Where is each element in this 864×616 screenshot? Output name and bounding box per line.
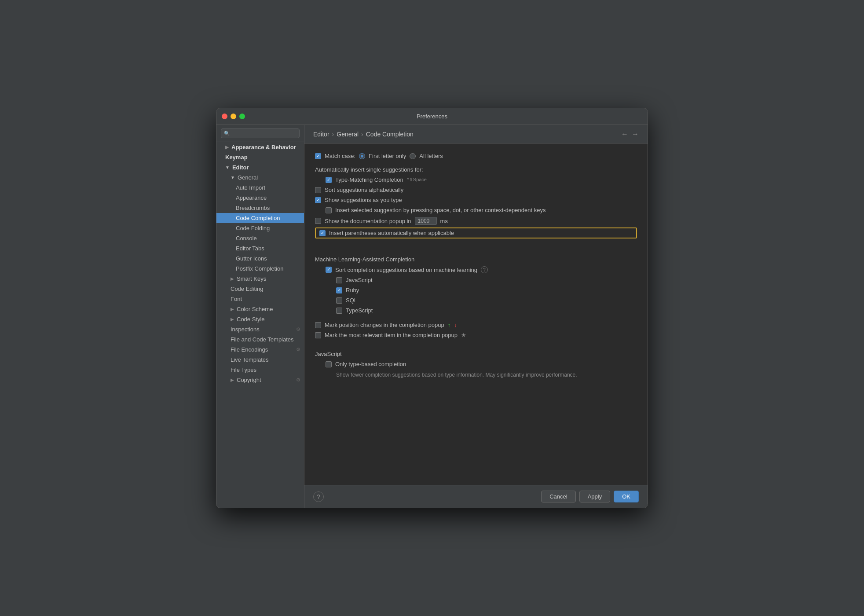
sidebar-item-label: Inspections (231, 326, 260, 333)
sidebar-item-console[interactable]: Console (216, 233, 304, 243)
sidebar-item-label: File Encodings (231, 346, 268, 353)
insert-parens-row: Insert parentheses automatically when ap… (315, 227, 637, 238)
sidebar-item-label: Appearance & Behavior (231, 144, 296, 150)
sidebar-item-label: File and Code Templates (231, 336, 294, 343)
show-doc-popup-suffix: ms (440, 218, 448, 224)
sidebar-item-keymap[interactable]: Keymap (216, 152, 304, 162)
settings-icon: ⚙ (296, 326, 300, 332)
type-matching-checkbox[interactable] (326, 177, 332, 183)
mark-relevant-checkbox[interactable] (315, 332, 321, 338)
sidebar-item-smart-keys[interactable]: ▶ Smart Keys (216, 274, 304, 284)
sidebar-item-editor-tabs[interactable]: Editor Tabs (216, 243, 304, 253)
javascript-ml-row: JavaScript (315, 275, 637, 285)
breadcrumb-sep1: › (332, 131, 334, 138)
help-button[interactable]: ? (313, 491, 324, 502)
sidebar-item-file-code-templates[interactable]: File and Code Templates (216, 334, 304, 345)
sidebar-item-gutter-icons[interactable]: Gutter Icons (216, 253, 304, 264)
type-based-sub-text: Show fewer completion suggestions based … (336, 371, 577, 379)
nav-forward-button[interactable]: → (632, 130, 639, 138)
sidebar-item-font[interactable]: Font (216, 294, 304, 304)
type-based-label: Only type-based completion (335, 361, 406, 367)
sort-ml-checkbox[interactable] (326, 267, 332, 273)
show-doc-popup-row: Show the documentation popup in ms (315, 215, 637, 227)
sidebar-item-label: Code Editing (231, 286, 263, 292)
sidebar-item-auto-import[interactable]: Auto Import (216, 183, 304, 193)
sql-label: SQL (346, 297, 357, 304)
sidebar-item-label: Font (231, 296, 242, 302)
window-controls (222, 114, 245, 119)
javascript-checkbox[interactable] (336, 277, 342, 283)
main-header: Editor › General › Code Completion ← → (304, 125, 648, 144)
breadcrumb: Editor › General › Code Completion (313, 131, 414, 138)
sidebar-item-inspections[interactable]: Inspections ⚙ (216, 324, 304, 334)
help-icon[interactable]: ? (481, 266, 488, 273)
sidebar-item-editor[interactable]: ▼ Editor (216, 162, 304, 172)
breadcrumb-general: General (337, 131, 359, 138)
spacer2 (315, 340, 637, 345)
sidebar-item-file-encodings[interactable]: File Encodings ⚙ (216, 345, 304, 355)
sidebar-item-copyright[interactable]: ▶ Copyright ⚙ (216, 375, 304, 385)
chevron-down-icon: ▼ (231, 175, 235, 180)
sidebar-item-file-types[interactable]: File Types (216, 365, 304, 375)
ml-section-label: Machine Learning-Assisted Completion (315, 251, 637, 264)
sidebar-item-live-templates[interactable]: Live Templates (216, 355, 304, 365)
javascript-label: JavaScript (346, 277, 373, 283)
all-letters-radio[interactable] (410, 153, 416, 159)
show-doc-popup-checkbox[interactable] (315, 218, 321, 224)
minimize-button[interactable] (231, 114, 236, 119)
sort-ml-row: Sort completion suggestions based on mac… (315, 264, 637, 275)
search-input[interactable] (221, 128, 300, 138)
show-doc-popup-input[interactable] (415, 217, 437, 225)
show-as-type-checkbox[interactable] (315, 197, 321, 203)
sidebar-item-color-scheme[interactable]: ▶ Color Scheme (216, 304, 304, 314)
sidebar-item-postfix-completion[interactable]: Postfix Completion (216, 264, 304, 274)
breadcrumb-sep2: › (361, 131, 363, 138)
sidebar-item-code-style[interactable]: ▶ Code Style (216, 314, 304, 324)
sidebar-item-code-folding[interactable]: Code Folding (216, 223, 304, 233)
sidebar-item-general[interactable]: ▼ General (216, 172, 304, 183)
first-letter-radio[interactable] (359, 153, 365, 159)
sidebar-item-label: Breadcrumbs (236, 205, 270, 211)
match-case-checkbox[interactable] (315, 153, 321, 159)
ruby-checkbox[interactable] (336, 287, 342, 293)
sidebar-item-label: General (238, 174, 258, 181)
chevron-right-icon: ▶ (231, 276, 234, 281)
close-button[interactable] (222, 114, 227, 119)
auto-insert-text: Automatically insert single suggestions … (315, 166, 423, 173)
breadcrumb-editor: Editor (313, 131, 329, 138)
chevron-right-icon: ▶ (231, 378, 234, 382)
sql-ml-row: SQL (315, 295, 637, 305)
sql-checkbox[interactable] (336, 297, 342, 304)
chevron-right-icon: ▶ (231, 317, 234, 322)
insert-selected-checkbox[interactable] (326, 207, 332, 213)
ok-button[interactable]: OK (614, 491, 639, 502)
match-case-label: Match case: (325, 153, 355, 159)
sort-alpha-checkbox[interactable] (315, 187, 321, 193)
sidebar-item-appearance-behavior[interactable]: ▶ Appearance & Behavior (216, 142, 304, 152)
js-section-text: JavaScript (315, 351, 342, 357)
sidebar-item-code-completion[interactable]: Code Completion (216, 213, 304, 223)
type-based-checkbox[interactable] (326, 361, 332, 367)
apply-button[interactable]: Apply (579, 491, 611, 502)
sidebar-item-code-editing[interactable]: Code Editing (216, 284, 304, 294)
sidebar-item-label: Code Completion (236, 215, 280, 221)
maximize-button[interactable] (239, 114, 245, 119)
insert-parens-checkbox[interactable] (319, 230, 326, 236)
all-letters-label: All letters (419, 153, 443, 159)
type-matching-shortcut: ^⇧Space (407, 177, 427, 183)
preferences-window: Preferences 🔍 ▶ Appearance & Behavior Ke… (216, 108, 648, 508)
mark-relevant-row: Mark the most relevant item in the compl… (315, 330, 637, 340)
typescript-ml-row: TypeScript (315, 305, 637, 315)
sidebar-item-label: Color Scheme (237, 306, 273, 312)
cancel-button[interactable]: Cancel (541, 491, 575, 502)
ruby-label: Ruby (346, 287, 359, 293)
mark-position-row: Mark position changes in the completion … (315, 320, 637, 330)
sidebar-item-breadcrumbs[interactable]: Breadcrumbs (216, 203, 304, 213)
sidebar-item-appearance[interactable]: Appearance (216, 193, 304, 203)
nav-back-button[interactable]: ← (621, 130, 628, 138)
typescript-checkbox[interactable] (336, 308, 342, 314)
chevron-down-icon: ▼ (225, 165, 230, 170)
sidebar-item-label: Postfix Completion (236, 265, 283, 272)
spacer1 (315, 315, 637, 320)
mark-position-checkbox[interactable] (315, 322, 321, 328)
